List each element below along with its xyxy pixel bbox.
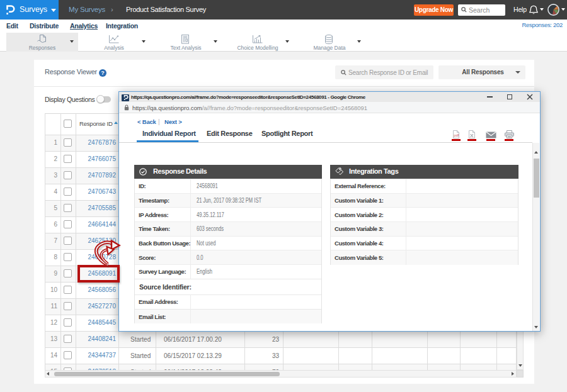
svg-text:pdf: pdf bbox=[454, 133, 459, 137]
